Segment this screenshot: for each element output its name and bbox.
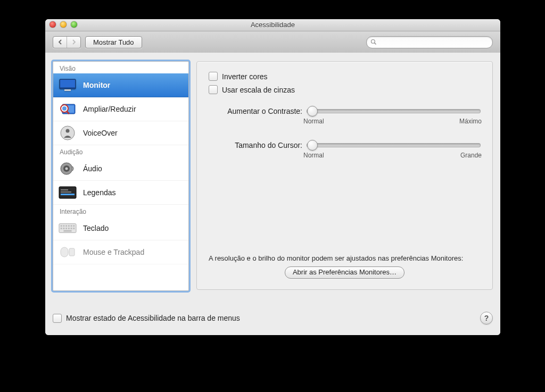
- svg-rect-25: [63, 228, 65, 229]
- invert-colors-row: Inverter cores: [209, 72, 481, 81]
- svg-rect-2: [60, 80, 75, 87]
- search-icon: [370, 39, 377, 45]
- svg-rect-21: [68, 225, 70, 227]
- sidebar-item-audio[interactable]: Áudio: [53, 157, 188, 181]
- svg-rect-16: [61, 191, 71, 193]
- show-all-label: Mostrar Tudo: [93, 38, 134, 46]
- nav-buttons: [53, 36, 81, 48]
- content-pane: Inverter cores Usar escala de cinzas Aum…: [196, 61, 493, 290]
- cursor-max: Grande: [460, 152, 482, 159]
- help-button[interactable]: ?: [480, 312, 493, 324]
- open-displays-label: Abrir as Preferências Monitores…: [293, 268, 397, 276]
- body: Visão Monitor Ampliar/Reduzir VoiceOver …: [45, 53, 500, 335]
- svg-point-8: [61, 126, 75, 140]
- svg-rect-28: [71, 228, 72, 229]
- sidebar-item-label: Teclado: [83, 224, 109, 232]
- sidebar-item-label: Legendas: [83, 188, 116, 197]
- mouse-icon: [59, 245, 77, 260]
- svg-point-9: [66, 129, 70, 133]
- grayscale-label: Usar escala de cinzas: [222, 86, 295, 94]
- sidebar-item-label: Monitor: [83, 81, 110, 89]
- minimize-button[interactable]: [60, 21, 67, 28]
- search-box: [366, 36, 493, 48]
- svg-rect-31: [61, 247, 68, 257]
- open-displays-button[interactable]: Abrir as Preferências Monitores…: [285, 266, 404, 279]
- sidebar-group-hearing: Audição: [53, 145, 188, 157]
- svg-rect-3: [64, 89, 71, 91]
- cursor-min: Normal: [303, 152, 324, 159]
- sidebar-item-label: Ampliar/Reduzir: [83, 105, 136, 113]
- monitor-icon: [59, 78, 77, 93]
- sidebar-item-keyboard[interactable]: Teclado: [53, 216, 188, 240]
- zoom-button[interactable]: [71, 21, 77, 28]
- status-menu-label: Mostrar estado de Acessibilidade na barr…: [66, 314, 240, 322]
- sidebar: Visão Monitor Ampliar/Reduzir VoiceOver …: [53, 61, 189, 291]
- sidebar-item-label: Mouse e Trackpad: [83, 248, 144, 256]
- svg-rect-14: [61, 194, 75, 195]
- svg-point-0: [371, 39, 375, 43]
- captions-icon: [59, 185, 77, 200]
- svg-rect-27: [68, 228, 70, 229]
- back-button[interactable]: [53, 37, 67, 48]
- svg-rect-22: [71, 225, 72, 227]
- traffic-lights: [49, 21, 77, 28]
- voiceover-icon: [59, 126, 77, 140]
- audio-icon: [59, 161, 77, 176]
- svg-rect-15: [61, 189, 68, 190]
- svg-point-7: [62, 106, 67, 111]
- cursor-thumb[interactable]: [307, 140, 318, 151]
- sidebar-item-monitor[interactable]: Monitor: [53, 73, 188, 97]
- svg-rect-26: [65, 228, 67, 229]
- sidebar-item-mouse[interactable]: Mouse e Trackpad: [53, 240, 188, 264]
- sidebar-item-zoom[interactable]: Ampliar/Reduzir: [53, 97, 188, 121]
- sidebar-item-captions[interactable]: Legendas: [53, 181, 188, 205]
- preferences-window: Acessibilidade Mostrar Tudo Visão Monito…: [45, 19, 500, 335]
- grayscale-checkbox[interactable]: [209, 85, 218, 94]
- svg-rect-23: [73, 225, 75, 227]
- search-input[interactable]: [366, 36, 493, 48]
- sidebar-group-vision: Visão: [53, 62, 188, 73]
- svg-rect-29: [73, 228, 75, 229]
- window-title: Acessibilidade: [251, 21, 295, 29]
- sidebar-scroll[interactable]: Visão Monitor Ampliar/Reduzir VoiceOver …: [53, 62, 188, 290]
- svg-rect-32: [69, 248, 75, 256]
- displays-note-text: A resolução e o brilho do monitor podem …: [209, 254, 463, 262]
- grayscale-row: Usar escala de cinzas: [209, 85, 481, 94]
- svg-point-12: [65, 168, 68, 170]
- contrast-min: Normal: [303, 118, 324, 125]
- help-icon: ?: [484, 314, 489, 322]
- titlebar[interactable]: Acessibilidade: [45, 19, 500, 31]
- svg-rect-20: [65, 225, 67, 227]
- svg-rect-30: [63, 230, 71, 232]
- contrast-ticks: Normal Máximo: [209, 118, 481, 125]
- sidebar-item-label: VoiceOver: [83, 129, 118, 137]
- invert-colors-checkbox[interactable]: [209, 72, 218, 81]
- status-menu-checkbox[interactable]: [53, 314, 62, 323]
- sidebar-item-voiceover[interactable]: VoiceOver: [53, 121, 188, 145]
- footer: Mostrar estado de Acessibilidade na barr…: [53, 312, 493, 324]
- sidebar-item-label: Áudio: [83, 164, 102, 173]
- sidebar-group-interaction: Interação: [53, 205, 188, 216]
- close-button[interactable]: [49, 21, 56, 28]
- forward-button[interactable]: [67, 37, 80, 48]
- contrast-slider-row: Aumentar o Contraste:: [209, 107, 481, 115]
- svg-rect-19: [63, 225, 65, 227]
- cursor-ticks: Normal Grande: [209, 152, 481, 159]
- cursor-slider-row: Tamanho do Cursor:: [209, 141, 481, 149]
- contrast-label: Aumentar o Contraste:: [209, 107, 307, 115]
- contrast-max: Máximo: [459, 118, 482, 125]
- displays-note: A resolução e o brilho do monitor podem …: [209, 254, 481, 279]
- cursor-slider[interactable]: [307, 143, 481, 147]
- svg-rect-24: [61, 228, 62, 229]
- invert-colors-label: Inverter cores: [222, 72, 268, 81]
- contrast-thumb[interactable]: [307, 106, 318, 116]
- zoom-icon: [59, 102, 77, 116]
- show-all-button[interactable]: Mostrar Tudo: [85, 36, 142, 48]
- keyboard-icon: [59, 221, 77, 236]
- contrast-slider[interactable]: [307, 109, 481, 113]
- cursor-label: Tamanho do Cursor:: [209, 141, 307, 149]
- toolbar: Mostrar Tudo: [45, 31, 500, 53]
- svg-rect-18: [61, 225, 62, 227]
